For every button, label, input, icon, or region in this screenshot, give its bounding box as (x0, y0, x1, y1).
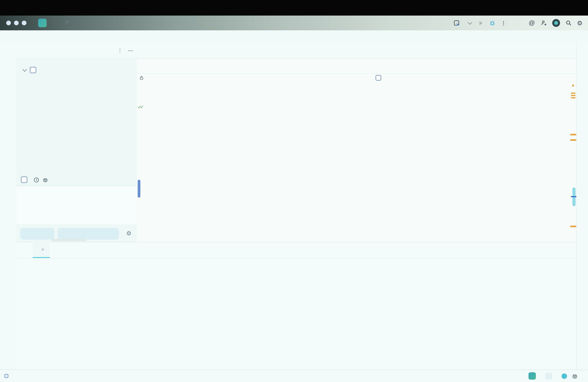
commit-panel: ⋮ — ⚙ (16, 42, 137, 242)
horizontal-scrollbar[interactable] (51, 239, 86, 241)
avatar[interactable] (552, 19, 560, 27)
material-theme-icon (545, 372, 552, 380)
right-tool-strip (576, 42, 588, 370)
left-pane-scrollbar[interactable] (138, 180, 140, 198)
changed-lines-marker (571, 97, 576, 98)
search-icon[interactable] (565, 20, 571, 26)
change-marker (570, 226, 576, 227)
changed-lines-marker (571, 95, 576, 96)
check-double-icon: ✓✓ (138, 104, 142, 110)
chevron-down-icon (468, 20, 472, 25)
warning-triangle-icon[interactable]: ▲ (571, 83, 575, 87)
amend-row (16, 174, 146, 186)
run-button[interactable] (478, 20, 484, 26)
changed-lines-marker (571, 93, 576, 94)
ide-window: ⋮ @ ⚙ ⋮ — (0, 0, 588, 382)
mentions-icon[interactable]: @ (529, 20, 535, 26)
window-subtitle-row (0, 30, 588, 42)
terminal-tab-local[interactable]: × (33, 242, 50, 258)
robot-icon[interactable] (572, 373, 578, 379)
scroll-position-marker (571, 196, 576, 197)
diff-viewer[interactable]: ✓✓ ▲ (137, 82, 576, 243)
project-icon (38, 19, 47, 27)
include-all-checkbox[interactable] (376, 75, 381, 80)
window-close-button[interactable] (6, 21, 11, 25)
robot-icon[interactable] (42, 177, 48, 183)
commit-message-placeholder (16, 187, 137, 193)
editor-area: ✓✓ ▲ (137, 42, 576, 242)
amend-checkbox[interactable] (21, 177, 27, 183)
history-clock-icon[interactable] (33, 177, 39, 183)
debug-button[interactable] (489, 20, 496, 26)
status-bar (0, 370, 588, 382)
branch-icon (64, 20, 70, 26)
commit-toolbar (16, 59, 137, 66)
chevron-down-icon (22, 67, 27, 72)
diff-toolbar (137, 59, 576, 74)
lock-icon (139, 75, 144, 80)
changes-checkbox[interactable] (30, 67, 36, 73)
status-indicator-dot[interactable] (562, 373, 567, 379)
project-icon (528, 372, 536, 380)
left-tool-strip (0, 42, 17, 370)
change-marker (570, 139, 576, 141)
close-icon[interactable]: × (41, 246, 44, 252)
run-config-icon[interactable] (454, 20, 460, 26)
chevron-down-icon (53, 20, 57, 25)
titlebar: ⋮ @ ⚙ (0, 16, 588, 30)
settings-gear-icon[interactable]: ⚙ (577, 19, 583, 27)
chevron-down-icon (76, 20, 81, 25)
terminal-panel: × (16, 242, 576, 370)
desktop-black-strip (0, 0, 588, 16)
terminal-output[interactable] (16, 258, 576, 262)
commit-button[interactable] (20, 228, 54, 240)
editor-tab-bar (137, 42, 576, 59)
kebab-menu-icon[interactable]: ⋮ (117, 47, 123, 53)
window-zoom-button[interactable] (22, 21, 26, 25)
changes-group-row[interactable] (16, 66, 137, 74)
change-marker (570, 134, 576, 135)
commit-and-push-button[interactable] (58, 228, 119, 240)
kebab-menu-icon[interactable]: ⋮ (501, 20, 506, 26)
hide-panel-icon[interactable]: — (128, 47, 133, 53)
commit-settings-gear-icon[interactable]: ⚙ (126, 230, 131, 237)
module-icon (4, 373, 9, 379)
commit-message-area[interactable] (16, 187, 137, 224)
add-user-icon[interactable] (540, 20, 546, 26)
diff-file-header (137, 74, 576, 82)
window-minimize-button[interactable] (14, 21, 19, 25)
